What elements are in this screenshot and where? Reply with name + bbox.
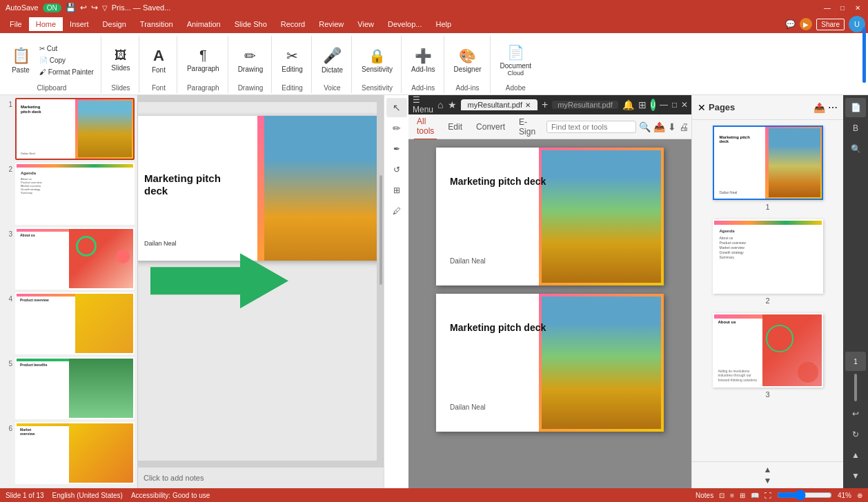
share-button[interactable]: Share xyxy=(816,19,845,30)
dictate-button[interactable]: 🎤 Dictate xyxy=(317,40,347,80)
main-slide[interactable]: Marketing pitch deck Dailan Neal xyxy=(138,116,384,261)
editing-hscrollbar-top[interactable] xyxy=(138,95,384,102)
sign-tool-button[interactable]: 🖊 xyxy=(386,201,407,221)
fit-page-icon[interactable]: ⊕ xyxy=(857,492,862,499)
pdf-home-icon[interactable]: ⌂ xyxy=(437,99,443,110)
editing-button[interactable]: ✂ Editing xyxy=(277,40,307,80)
page-thumb-2[interactable]: Agenda About us Product overview Market … xyxy=(713,219,823,294)
scroll-down-icon[interactable]: ▼ xyxy=(764,476,772,485)
slide-image-3[interactable]: About us xyxy=(15,228,135,290)
undo-icon[interactable]: ↩ xyxy=(80,3,87,12)
tab-review[interactable]: Review xyxy=(312,17,351,31)
tab-convert[interactable]: Convert xyxy=(473,119,508,134)
pdf-page-2[interactable]: Marketing pitch deck Dailan Neal xyxy=(436,294,664,432)
tab-record[interactable]: Record xyxy=(274,17,312,31)
tab-file[interactable]: File xyxy=(3,17,29,31)
slide-thumb-5[interactable]: 5 Product benefits xyxy=(3,357,135,419)
fullscreen-icon[interactable]: ⛶ xyxy=(765,492,771,499)
pdf-address-bar[interactable]: myResultant.pdf xyxy=(552,101,618,109)
font-button[interactable]: A Font xyxy=(145,40,172,80)
pdf-tab-close-icon[interactable]: ✕ xyxy=(525,101,531,109)
search-icon[interactable]: 🔍 xyxy=(639,121,651,132)
drawing-button[interactable]: ✏ Drawing xyxy=(234,40,268,80)
cut-button[interactable]: ✂ Cut xyxy=(37,43,97,54)
slide-image-2[interactable]: Agenda About usProduct overviewMarket ov… xyxy=(15,163,135,225)
pdf-toolbar-icon-2[interactable]: ⬇ xyxy=(668,121,676,132)
page-thumb-item-1[interactable]: Marketing pitchdeck Dailan Neal 1 xyxy=(698,126,838,211)
pages-export-icon[interactable]: 📤 xyxy=(813,102,825,113)
tab-esign[interactable]: E-Sign xyxy=(516,114,538,139)
tab-animation[interactable]: Animation xyxy=(180,17,228,31)
tab-home[interactable]: Home xyxy=(29,17,63,31)
zoom-slider[interactable] xyxy=(777,490,832,501)
copy-button[interactable]: 📄 Copy xyxy=(37,55,97,66)
tab-view[interactable]: View xyxy=(351,17,381,31)
pdf-new-tab-button[interactable]: + xyxy=(542,99,548,111)
pdf-return-icon[interactable]: ↩ xyxy=(845,404,866,423)
pdf-page-1[interactable]: Marketing pitch deck Dailan Neal xyxy=(436,148,664,285)
paragraph-button[interactable]: ¶ Paragraph xyxy=(183,40,224,80)
close-button[interactable]: ✕ xyxy=(853,3,862,12)
notes-button[interactable]: Notes xyxy=(696,492,713,499)
designer-button[interactable]: 🎨 Designer xyxy=(450,40,486,80)
scroll-up-icon[interactable]: ▲ xyxy=(764,465,772,474)
outline-view-icon[interactable]: ≡ xyxy=(730,492,734,499)
maximize-button[interactable]: □ xyxy=(838,3,847,12)
reading-view-icon[interactable]: 📖 xyxy=(751,492,759,499)
slide-image-4[interactable]: Product overview xyxy=(15,292,135,354)
pdf-active-tab[interactable]: myResultant.pdf ✕ xyxy=(461,99,537,110)
pdf-sidebar-scroll-1[interactable]: 1 xyxy=(845,352,866,371)
format-painter-button[interactable]: 🖌 Format Painter xyxy=(37,67,97,77)
slide-image-6[interactable]: Marketoverview xyxy=(15,422,135,484)
vertical-scrollbar[interactable] xyxy=(377,102,384,468)
notes-bar[interactable]: Click to add notes xyxy=(138,468,384,488)
pdf-grid-icon[interactable]: ⊞ xyxy=(638,99,647,110)
pdf-refresh-icon[interactable]: ↻ xyxy=(845,425,866,444)
pdf-menu-icon[interactable]: ☰ Menu xyxy=(413,95,433,114)
minimize-button[interactable]: — xyxy=(822,3,832,12)
minimize-pdf-icon[interactable]: — xyxy=(660,100,668,110)
grid-tool-button[interactable]: ⊞ xyxy=(386,181,407,200)
pages-close-icon[interactable]: ✕ xyxy=(698,102,706,113)
paste-button[interactable]: 📋 Paste xyxy=(7,40,34,80)
tab-help[interactable]: Help xyxy=(428,17,458,31)
slide-thumb-2[interactable]: 2 Agenda About usProduct overviewMarket … xyxy=(3,163,135,225)
slide-sorter-icon[interactable]: ⊞ xyxy=(740,492,745,499)
slide-thumb-3[interactable]: 3 About us xyxy=(3,228,135,290)
document-cloud-button[interactable]: 📄 Document Cloud xyxy=(496,40,536,80)
pages-list[interactable]: Marketing pitchdeck Dailan Neal 1 Agenda xyxy=(692,120,843,461)
scroll-thumb[interactable] xyxy=(379,175,382,285)
slide-image-5[interactable]: Product benefits xyxy=(15,357,135,419)
slide-image-1[interactable]: Marketingpitch deck Dailan Neal xyxy=(15,98,135,160)
loop-tool-button[interactable]: ↺ xyxy=(386,160,407,179)
pdf-user-icon[interactable]: U xyxy=(651,99,655,111)
pdf-bell-icon[interactable]: 🔔 xyxy=(622,99,634,110)
pen-tool-button[interactable]: ✒ xyxy=(386,139,407,159)
normal-view-icon[interactable]: ⊡ xyxy=(719,492,724,499)
pdf-scroll-up-icon[interactable]: ▲ xyxy=(845,445,866,465)
maximize-pdf-icon[interactable]: □ xyxy=(672,100,677,110)
new-slide-button[interactable]: 🖼 Slides xyxy=(107,40,135,80)
page-thumb-1[interactable]: Marketing pitchdeck Dailan Neal xyxy=(713,126,823,200)
quick-save-icon[interactable]: 💾 xyxy=(66,3,76,12)
tab-developer[interactable]: Develop... xyxy=(381,17,429,31)
editing-scroll[interactable]: Marketing pitch deck Dailan Neal xyxy=(138,102,384,468)
slide-thumb-1[interactable]: 1 Marketingpitch deck Dailan Neal xyxy=(3,98,135,160)
tab-slideshow[interactable]: Slide Sho xyxy=(228,17,274,31)
pdf-search-input[interactable] xyxy=(546,121,636,133)
customize-icon[interactable]: ▽ xyxy=(102,4,108,12)
slide-thumb-6[interactable]: 6 Marketoverview xyxy=(3,422,135,484)
addins-button[interactable]: ➕ Add-Ins xyxy=(407,40,439,80)
present-button[interactable]: ▶ xyxy=(800,18,812,30)
tab-design[interactable]: Design xyxy=(96,17,133,31)
comment-icon[interactable]: 💬 xyxy=(785,19,796,29)
autosave-toggle[interactable]: ON xyxy=(43,3,61,12)
tab-transition[interactable]: Transition xyxy=(133,17,180,31)
annotation-tool-button[interactable]: ✏ xyxy=(386,119,407,138)
tab-all-tools[interactable]: All tools xyxy=(414,114,437,140)
page-thumb-item-3[interactable]: About us Aiding its revolutionsindustrie… xyxy=(698,313,838,399)
page-thumb-item-2[interactable]: Agenda About us Product overview Market … xyxy=(698,219,838,305)
page-thumb-3[interactable]: About us Aiding its revolutionsindustrie… xyxy=(713,313,823,388)
select-tool-button[interactable]: ↖ xyxy=(386,98,407,117)
horizontal-scrollbar[interactable] xyxy=(138,461,377,468)
